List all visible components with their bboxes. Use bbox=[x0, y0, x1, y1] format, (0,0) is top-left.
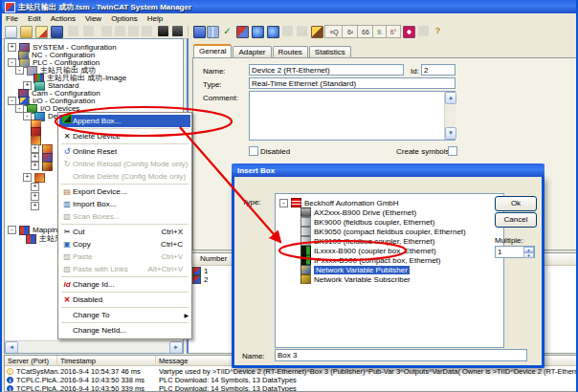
menu-item-copy[interactable]: ▣ Copy Ctrl+C bbox=[59, 238, 190, 250]
generate-mappings-icon[interactable] bbox=[193, 26, 206, 38]
vendor-node[interactable]: - Beckhoff Automation GmbH bbox=[279, 198, 399, 207]
save-icon[interactable] bbox=[51, 26, 63, 38]
help-icon[interactable]: ? bbox=[433, 26, 443, 36]
tree-horizontal-scrollbar[interactable]: ◂ ▸ bbox=[5, 340, 183, 353]
scroll-down-icon[interactable]: ▾ bbox=[445, 127, 456, 140]
toggle-free-run-icon[interactable] bbox=[297, 26, 307, 36]
list-item-bk9100[interactable]: BK9100 (fieldbus coupler, Ethernet) bbox=[300, 236, 434, 246]
menu-item-delete-device[interactable]: ✕ Delete Device bbox=[59, 130, 190, 142]
menu-view[interactable]: View bbox=[85, 14, 101, 23]
scroll-left-icon[interactable]: ◂ bbox=[5, 341, 18, 354]
list-item-network-variable-publisher[interactable]: Network Variable Publisher bbox=[300, 265, 410, 274]
copy-icon[interactable] bbox=[115, 26, 125, 36]
list-item-ipxxxx[interactable]: IPxxxx-B900 (compact box, Ethernet) bbox=[300, 255, 441, 265]
paste-icon[interactable] bbox=[128, 26, 139, 36]
log-column-timestamp[interactable]: Timestamp bbox=[57, 356, 156, 365]
menu-item-import-box[interactable]: ▥ Import Box... bbox=[59, 198, 190, 210]
tree-stub-row[interactable]: + bbox=[31, 162, 56, 170]
type-input[interactable] bbox=[249, 77, 456, 89]
tree-stub-row[interactable]: + bbox=[31, 202, 42, 210]
menu-item-paste-with-links[interactable]: ▨ Paste with Links Alt+Ctrl+V bbox=[59, 263, 190, 275]
check-icon[interactable]: ✓ bbox=[222, 26, 233, 36]
menu-item-paste[interactable]: ▨ Paste Ctrl+V bbox=[59, 250, 190, 263]
menu-actions[interactable]: Actions bbox=[51, 14, 76, 23]
menu-item-append-box[interactable]: Append Box... bbox=[59, 115, 190, 127]
comment-textarea[interactable] bbox=[249, 91, 456, 141]
disabled-checkbox[interactable] bbox=[249, 146, 258, 156]
expander-icon[interactable]: + bbox=[31, 162, 39, 170]
scroll-right-icon[interactable]: ▸ bbox=[169, 341, 183, 354]
menu-item-export-device[interactable]: ▤ Export Device... bbox=[59, 185, 190, 198]
tree-stub-row[interactable]: + bbox=[23, 173, 48, 182]
print-preview-icon[interactable] bbox=[83, 26, 94, 36]
expander-icon[interactable]: + bbox=[8, 43, 16, 52]
access-2-icon[interactable]: 6° bbox=[386, 25, 401, 38]
expander-icon[interactable]: + bbox=[31, 192, 39, 201]
expander-icon[interactable]: + bbox=[31, 183, 39, 191]
spin-down-icon[interactable]: ▾ bbox=[523, 252, 534, 258]
tab-general[interactable]: General bbox=[193, 44, 232, 58]
menu-edit[interactable]: Edit bbox=[28, 14, 41, 23]
paste-special-icon[interactable] bbox=[142, 26, 152, 36]
find-icon[interactable] bbox=[158, 26, 168, 36]
new-icon[interactable] bbox=[5, 26, 17, 38]
reload-io-icon[interactable] bbox=[282, 26, 293, 36]
menu-file[interactable]: File bbox=[6, 14, 18, 23]
log-row[interactable]: i TCPLC.PlcA... 2016-9-4 10:43:50 339 ms… bbox=[5, 384, 577, 392]
print-icon[interactable] bbox=[68, 26, 78, 36]
ok-button[interactable]: Ok bbox=[495, 196, 537, 211]
tree-stub-row[interactable]: + bbox=[31, 183, 42, 191]
list-item-ilxxxx[interactable]: ILxxxx-B900 (coupler box, Ethernet) bbox=[300, 246, 436, 255]
menu-item-online-reload[interactable]: ↻ Online Reload (Config Mode only) bbox=[59, 158, 190, 170]
list-item-bk9050[interactable]: BK9050 (compact fieldbus coupler, Ethern… bbox=[300, 227, 466, 236]
expander-icon[interactable]: - bbox=[279, 199, 288, 207]
zoom-icon[interactable]: ≡Q bbox=[324, 25, 344, 38]
menu-item-cut[interactable]: ✂ Cut Ctrl+X bbox=[59, 226, 190, 238]
menu-item-change-id[interactable]: Id Change Id... bbox=[59, 278, 190, 291]
online-1-icon[interactable] bbox=[252, 26, 264, 38]
expander-icon[interactable]: - bbox=[15, 66, 24, 75]
toolbar-misc-icon[interactable] bbox=[418, 26, 429, 36]
cancel-button[interactable]: Cancel bbox=[495, 212, 537, 228]
list-item-box2[interactable]: 2 bbox=[190, 275, 208, 284]
box-type-list[interactable]: - Beckhoff Automation GmbH AX2xxx-B900 D… bbox=[275, 193, 504, 348]
open-project-icon[interactable] bbox=[35, 26, 48, 38]
cut-icon[interactable] bbox=[101, 26, 112, 36]
choose-target-icon[interactable] bbox=[311, 26, 323, 38]
open-icon[interactable] bbox=[20, 26, 33, 38]
expander-icon[interactable]: + bbox=[31, 202, 39, 210]
multiple-spinner[interactable]: 1 ▴ ▾ bbox=[495, 246, 535, 258]
expander-icon[interactable]: + bbox=[23, 173, 32, 182]
menu-item-change-to[interactable]: Change To ▶ bbox=[59, 309, 190, 321]
list-item-network-variable-subscriber[interactable]: Network Variable Subscriber bbox=[300, 274, 411, 284]
comment-scrollbar[interactable]: ▴ ▾ bbox=[444, 92, 456, 140]
log-column-server[interactable]: Server (Port) bbox=[5, 356, 57, 365]
menu-item-scan-boxes[interactable]: ▧ Scan Boxes... bbox=[59, 210, 190, 223]
scroll-up-icon[interactable]: ▴ bbox=[445, 92, 456, 104]
menu-help[interactable]: Help bbox=[147, 14, 163, 23]
dialog-title-bar[interactable]: Insert Box bbox=[232, 163, 545, 177]
title-bar[interactable]: 主站只输出 成功.tsm - TwinCAT System Manager bbox=[2, 0, 576, 13]
menu-item-change-netid[interactable]: Change NetId... bbox=[59, 324, 190, 337]
check-config-icon[interactable] bbox=[207, 26, 219, 38]
box-name-input[interactable] bbox=[275, 349, 527, 361]
print-export-icon[interactable] bbox=[403, 26, 415, 38]
list-item-bk9000[interactable]: BK9000 (fieldbus coupler, Ethernet) bbox=[300, 217, 434, 227]
list-item-box1[interactable]: 1 bbox=[190, 267, 208, 275]
expander-icon[interactable]: + bbox=[31, 153, 39, 162]
create-symbols-checkbox[interactable] bbox=[448, 146, 457, 156]
tree-stub-row[interactable]: + bbox=[31, 192, 42, 201]
name-input[interactable] bbox=[249, 64, 404, 76]
log-row[interactable]: i TCPLC.PlcA... 2016-9-4 10:43:50 338 ms… bbox=[5, 376, 577, 384]
menu-item-online-delete[interactable]: Online Delete (Config Mode only) bbox=[59, 170, 190, 183]
menu-item-disabled[interactable]: ✕ Disabled bbox=[59, 294, 190, 306]
settings-icon[interactable] bbox=[236, 26, 249, 38]
expander-icon[interactable]: - bbox=[8, 226, 16, 234]
edit-mode-icon[interactable] bbox=[172, 26, 183, 36]
menu-options[interactable]: Options bbox=[111, 14, 138, 23]
log-row[interactable]: ! TCatSysMan... 2016-9-4 10:54:37 46 ms … bbox=[5, 367, 577, 376]
scroll-track[interactable] bbox=[18, 341, 169, 353]
menu-item-online-reset[interactable]: ↺ Online Reset bbox=[59, 145, 190, 158]
column-header-number[interactable]: Number bbox=[189, 253, 234, 264]
id-input[interactable] bbox=[421, 64, 456, 76]
